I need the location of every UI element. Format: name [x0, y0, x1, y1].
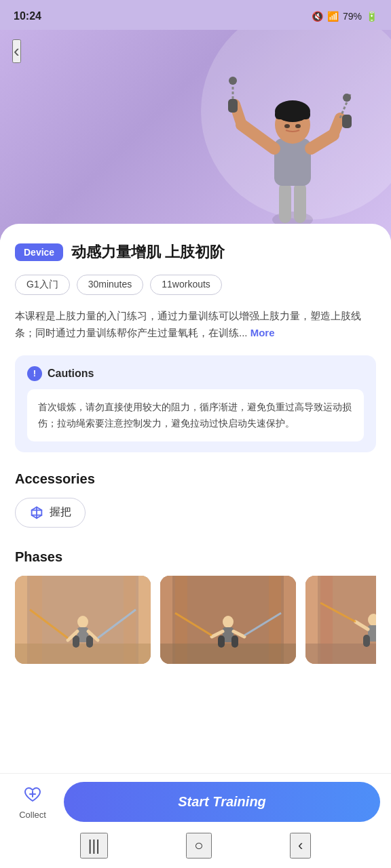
cautions-text: 首次锻炼，请勿直接使用较大的阻力，循序渐进，避免负重过高导致运动损伤；拉动绳索要…	[27, 389, 364, 441]
device-badge: Device	[15, 243, 63, 261]
svg-rect-58	[363, 635, 370, 647]
svg-line-12	[333, 118, 340, 135]
svg-point-8	[295, 124, 301, 128]
phases-scroll[interactable]	[15, 576, 376, 669]
collect-button[interactable]: Collect	[11, 785, 54, 820]
svg-rect-28	[15, 644, 151, 664]
athlete-illustration	[194, 50, 391, 240]
status-bar: 10:24 🔇 📶 79% 🔋	[0, 0, 391, 30]
accessory-label: 握把	[50, 505, 71, 519]
collect-label: Collect	[19, 810, 46, 820]
phases-title: Phases	[15, 549, 376, 565]
battery-icon: 🔋	[366, 11, 377, 22]
cautions-title: Cautions	[48, 368, 94, 380]
svg-rect-2	[294, 182, 306, 223]
status-icons: 🔇 📶 79% 🔋	[312, 11, 377, 22]
accessory-icon	[29, 505, 44, 520]
accessories-section: Accessories 握把	[15, 471, 376, 528]
action-row: Collect Start Training	[0, 774, 391, 827]
svg-rect-3	[274, 138, 311, 186]
cautions-box: ! Cautions 首次锻炼，请勿直接使用较大的阻力，循序渐进，避免负重过高导…	[15, 355, 376, 452]
tag-level: G1入门	[15, 275, 70, 295]
svg-rect-16	[228, 99, 238, 113]
more-link[interactable]: More	[250, 327, 275, 338]
accessory-chip: 握把	[15, 498, 86, 528]
svg-rect-46	[231, 635, 238, 648]
svg-rect-32	[86, 635, 93, 648]
svg-point-14	[343, 94, 351, 102]
accessories-title: Accessories	[15, 471, 376, 487]
phase-card-2[interactable]	[160, 576, 296, 664]
phase-card-3[interactable]	[305, 576, 376, 664]
start-training-button[interactable]: Start Training	[64, 782, 380, 822]
nav-recent-button[interactable]: |||	[80, 833, 108, 859]
svg-rect-31	[73, 635, 79, 648]
content-card: Device 动感力量增肌 上肢初阶 G1入门 30minutes 11work…	[0, 224, 391, 781]
svg-point-18	[229, 77, 237, 85]
tag-duration: 30minutes	[77, 275, 144, 295]
svg-line-9	[242, 125, 274, 149]
svg-rect-6	[275, 110, 310, 119]
system-nav: ||| ○ ‹	[0, 827, 391, 861]
svg-point-43	[223, 616, 234, 628]
tags-row: G1入门 30minutes 11workouts	[15, 275, 376, 295]
phases-section: Phases	[15, 549, 376, 669]
svg-rect-1	[279, 182, 291, 223]
svg-rect-42	[160, 644, 296, 664]
nav-home-button[interactable]: ○	[186, 833, 211, 859]
status-time: 10:24	[14, 10, 41, 22]
mute-icon: 🔇	[312, 11, 323, 22]
battery-label: 79%	[343, 11, 362, 22]
course-title: 动感力量增肌 上肢初阶	[71, 243, 225, 262]
description-text: 本课程是上肢力量的入门练习，通过力量训练可以增强上肢力量，塑造上肢线条；同时通过…	[15, 307, 376, 342]
nav-back-button[interactable]: ‹	[290, 833, 311, 859]
phase-card-1[interactable]	[15, 576, 151, 664]
cautions-header: ! Cautions	[27, 366, 364, 381]
svg-rect-15	[342, 115, 352, 128]
svg-rect-45	[218, 635, 225, 648]
svg-point-29	[77, 616, 88, 628]
caution-icon: !	[27, 366, 42, 381]
wifi-icon: 📶	[327, 11, 339, 22]
bottom-bar: Collect Start Training ||| ○ ‹	[0, 773, 391, 868]
back-button[interactable]: ‹	[12, 39, 21, 63]
collect-icon	[23, 785, 42, 808]
tag-workouts: 11workouts	[150, 275, 222, 295]
hero-section: ‹	[0, 30, 391, 240]
title-row: Device 动感力量增肌 上肢初阶	[15, 243, 376, 262]
svg-point-7	[284, 124, 290, 128]
